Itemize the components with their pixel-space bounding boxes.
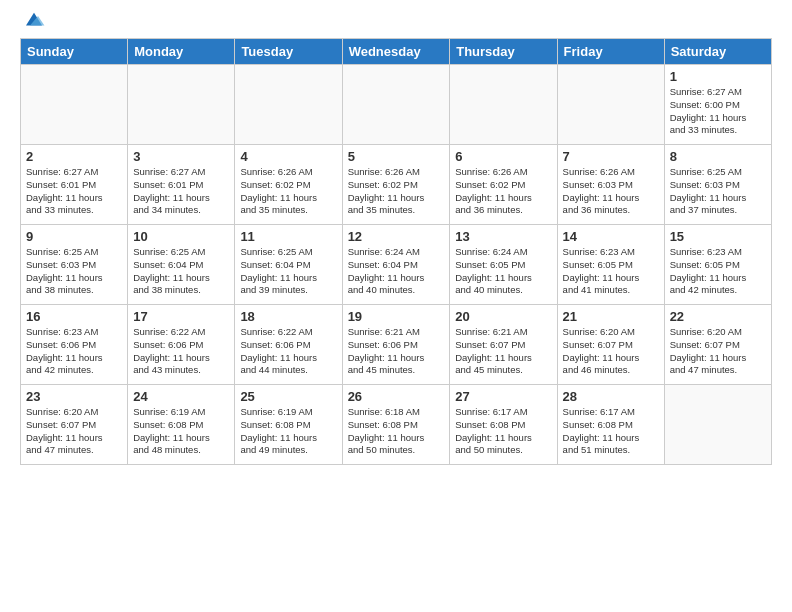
day-info: Sunrise: 6:23 AM Sunset: 6:05 PM Dayligh…: [563, 246, 659, 297]
day-info: Sunrise: 6:20 AM Sunset: 6:07 PM Dayligh…: [26, 406, 122, 457]
calendar-day-cell: [450, 65, 557, 145]
day-info: Sunrise: 6:21 AM Sunset: 6:06 PM Dayligh…: [348, 326, 445, 377]
day-info: Sunrise: 6:23 AM Sunset: 6:05 PM Dayligh…: [670, 246, 766, 297]
day-info: Sunrise: 6:25 AM Sunset: 6:03 PM Dayligh…: [670, 166, 766, 217]
day-number: 15: [670, 229, 766, 244]
calendar-day-cell: 8Sunrise: 6:25 AM Sunset: 6:03 PM Daylig…: [664, 145, 771, 225]
weekday-header-cell: Tuesday: [235, 39, 342, 65]
day-number: 2: [26, 149, 122, 164]
day-number: 28: [563, 389, 659, 404]
day-info: Sunrise: 6:25 AM Sunset: 6:04 PM Dayligh…: [240, 246, 336, 297]
day-number: 7: [563, 149, 659, 164]
calendar-day-cell: 14Sunrise: 6:23 AM Sunset: 6:05 PM Dayli…: [557, 225, 664, 305]
calendar-day-cell: 6Sunrise: 6:26 AM Sunset: 6:02 PM Daylig…: [450, 145, 557, 225]
day-info: Sunrise: 6:19 AM Sunset: 6:08 PM Dayligh…: [133, 406, 229, 457]
calendar-day-cell: 26Sunrise: 6:18 AM Sunset: 6:08 PM Dayli…: [342, 385, 450, 465]
calendar-day-cell: 13Sunrise: 6:24 AM Sunset: 6:05 PM Dayli…: [450, 225, 557, 305]
calendar-day-cell: 18Sunrise: 6:22 AM Sunset: 6:06 PM Dayli…: [235, 305, 342, 385]
day-number: 8: [670, 149, 766, 164]
weekday-header-cell: Monday: [128, 39, 235, 65]
calendar-day-cell: [21, 65, 128, 145]
calendar-day-cell: 12Sunrise: 6:24 AM Sunset: 6:04 PM Dayli…: [342, 225, 450, 305]
day-number: 19: [348, 309, 445, 324]
day-number: 26: [348, 389, 445, 404]
calendar-day-cell: 22Sunrise: 6:20 AM Sunset: 6:07 PM Dayli…: [664, 305, 771, 385]
calendar-day-cell: 15Sunrise: 6:23 AM Sunset: 6:05 PM Dayli…: [664, 225, 771, 305]
day-info: Sunrise: 6:27 AM Sunset: 6:01 PM Dayligh…: [26, 166, 122, 217]
calendar-day-cell: 5Sunrise: 6:26 AM Sunset: 6:02 PM Daylig…: [342, 145, 450, 225]
calendar-day-cell: 3Sunrise: 6:27 AM Sunset: 6:01 PM Daylig…: [128, 145, 235, 225]
day-info: Sunrise: 6:20 AM Sunset: 6:07 PM Dayligh…: [670, 326, 766, 377]
day-number: 13: [455, 229, 551, 244]
calendar-day-cell: [664, 385, 771, 465]
calendar-day-cell: 21Sunrise: 6:20 AM Sunset: 6:07 PM Dayli…: [557, 305, 664, 385]
calendar-week-row: 1Sunrise: 6:27 AM Sunset: 6:00 PM Daylig…: [21, 65, 772, 145]
day-number: 25: [240, 389, 336, 404]
day-info: Sunrise: 6:25 AM Sunset: 6:04 PM Dayligh…: [133, 246, 229, 297]
day-info: Sunrise: 6:26 AM Sunset: 6:02 PM Dayligh…: [455, 166, 551, 217]
calendar-day-cell: 19Sunrise: 6:21 AM Sunset: 6:06 PM Dayli…: [342, 305, 450, 385]
calendar-day-cell: 23Sunrise: 6:20 AM Sunset: 6:07 PM Dayli…: [21, 385, 128, 465]
day-info: Sunrise: 6:26 AM Sunset: 6:02 PM Dayligh…: [348, 166, 445, 217]
calendar-day-cell: 4Sunrise: 6:26 AM Sunset: 6:02 PM Daylig…: [235, 145, 342, 225]
page-container: SundayMondayTuesdayWednesdayThursdayFrid…: [0, 0, 792, 475]
day-info: Sunrise: 6:17 AM Sunset: 6:08 PM Dayligh…: [563, 406, 659, 457]
calendar-day-cell: 20Sunrise: 6:21 AM Sunset: 6:07 PM Dayli…: [450, 305, 557, 385]
calendar-table: SundayMondayTuesdayWednesdayThursdayFrid…: [20, 38, 772, 465]
calendar-week-row: 23Sunrise: 6:20 AM Sunset: 6:07 PM Dayli…: [21, 385, 772, 465]
day-number: 10: [133, 229, 229, 244]
day-info: Sunrise: 6:27 AM Sunset: 6:01 PM Dayligh…: [133, 166, 229, 217]
day-number: 27: [455, 389, 551, 404]
day-number: 18: [240, 309, 336, 324]
day-number: 1: [670, 69, 766, 84]
day-number: 16: [26, 309, 122, 324]
day-info: Sunrise: 6:19 AM Sunset: 6:08 PM Dayligh…: [240, 406, 336, 457]
calendar-day-cell: 1Sunrise: 6:27 AM Sunset: 6:00 PM Daylig…: [664, 65, 771, 145]
day-number: 23: [26, 389, 122, 404]
calendar-day-cell: 16Sunrise: 6:23 AM Sunset: 6:06 PM Dayli…: [21, 305, 128, 385]
day-number: 24: [133, 389, 229, 404]
day-info: Sunrise: 6:18 AM Sunset: 6:08 PM Dayligh…: [348, 406, 445, 457]
day-number: 12: [348, 229, 445, 244]
calendar-day-cell: 2Sunrise: 6:27 AM Sunset: 6:01 PM Daylig…: [21, 145, 128, 225]
calendar-day-cell: [342, 65, 450, 145]
day-number: 21: [563, 309, 659, 324]
day-number: 17: [133, 309, 229, 324]
day-number: 4: [240, 149, 336, 164]
day-info: Sunrise: 6:23 AM Sunset: 6:06 PM Dayligh…: [26, 326, 122, 377]
calendar-day-cell: 7Sunrise: 6:26 AM Sunset: 6:03 PM Daylig…: [557, 145, 664, 225]
day-info: Sunrise: 6:17 AM Sunset: 6:08 PM Dayligh…: [455, 406, 551, 457]
day-number: 9: [26, 229, 122, 244]
weekday-header-cell: Wednesday: [342, 39, 450, 65]
weekday-header-cell: Sunday: [21, 39, 128, 65]
calendar-day-cell: 24Sunrise: 6:19 AM Sunset: 6:08 PM Dayli…: [128, 385, 235, 465]
weekday-header-row: SundayMondayTuesdayWednesdayThursdayFrid…: [21, 39, 772, 65]
day-number: 3: [133, 149, 229, 164]
day-info: Sunrise: 6:22 AM Sunset: 6:06 PM Dayligh…: [133, 326, 229, 377]
day-info: Sunrise: 6:25 AM Sunset: 6:03 PM Dayligh…: [26, 246, 122, 297]
day-number: 14: [563, 229, 659, 244]
day-number: 11: [240, 229, 336, 244]
day-info: Sunrise: 6:26 AM Sunset: 6:02 PM Dayligh…: [240, 166, 336, 217]
header: [20, 10, 772, 30]
day-info: Sunrise: 6:20 AM Sunset: 6:07 PM Dayligh…: [563, 326, 659, 377]
calendar-day-cell: [128, 65, 235, 145]
weekday-header-cell: Thursday: [450, 39, 557, 65]
logo-icon: [22, 10, 46, 30]
day-info: Sunrise: 6:21 AM Sunset: 6:07 PM Dayligh…: [455, 326, 551, 377]
calendar-day-cell: 17Sunrise: 6:22 AM Sunset: 6:06 PM Dayli…: [128, 305, 235, 385]
day-info: Sunrise: 6:26 AM Sunset: 6:03 PM Dayligh…: [563, 166, 659, 217]
day-info: Sunrise: 6:24 AM Sunset: 6:05 PM Dayligh…: [455, 246, 551, 297]
calendar-week-row: 9Sunrise: 6:25 AM Sunset: 6:03 PM Daylig…: [21, 225, 772, 305]
calendar-week-row: 16Sunrise: 6:23 AM Sunset: 6:06 PM Dayli…: [21, 305, 772, 385]
logo: [20, 10, 46, 30]
day-info: Sunrise: 6:22 AM Sunset: 6:06 PM Dayligh…: [240, 326, 336, 377]
calendar-week-row: 2Sunrise: 6:27 AM Sunset: 6:01 PM Daylig…: [21, 145, 772, 225]
calendar-day-cell: 11Sunrise: 6:25 AM Sunset: 6:04 PM Dayli…: [235, 225, 342, 305]
day-number: 5: [348, 149, 445, 164]
calendar-day-cell: [557, 65, 664, 145]
day-number: 6: [455, 149, 551, 164]
calendar-day-cell: 27Sunrise: 6:17 AM Sunset: 6:08 PM Dayli…: [450, 385, 557, 465]
calendar-day-cell: 28Sunrise: 6:17 AM Sunset: 6:08 PM Dayli…: [557, 385, 664, 465]
calendar-body: 1Sunrise: 6:27 AM Sunset: 6:00 PM Daylig…: [21, 65, 772, 465]
